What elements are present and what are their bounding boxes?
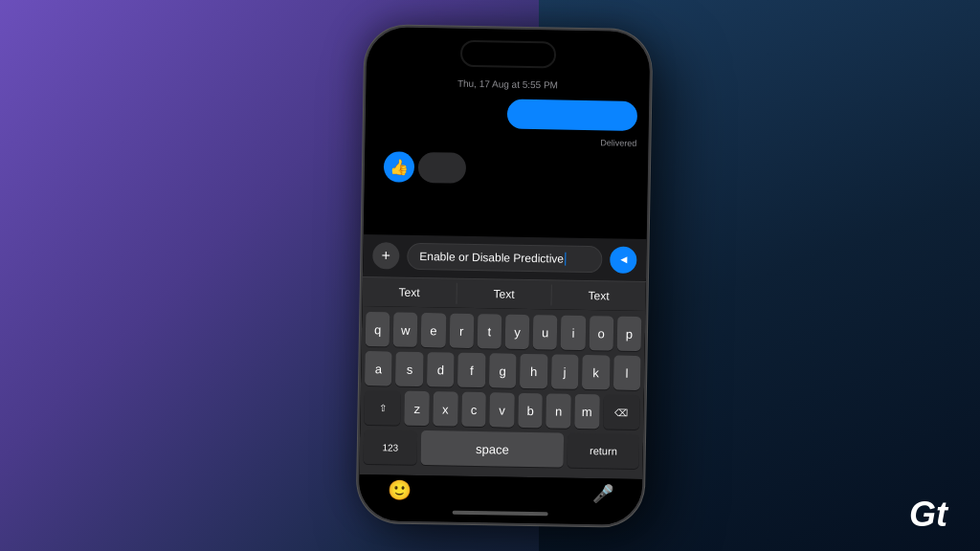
shift-key[interactable]: ⇧ [364, 390, 401, 426]
key-g[interactable]: g [489, 353, 517, 387]
key-r[interactable]: r [449, 314, 474, 348]
iphone-frame: Thu, 17 Aug at 5:55 PM Delivered 👍 + En [356, 25, 652, 527]
key-j[interactable]: j [551, 354, 579, 388]
home-indicator [359, 503, 642, 525]
sent-bubble [507, 99, 637, 131]
thumbs-up-reaction: 👍 [384, 151, 415, 183]
numbers-key[interactable]: 123 [364, 430, 418, 465]
space-key[interactable]: space [421, 430, 565, 468]
status-bar [367, 27, 651, 74]
key-t[interactable]: t [477, 314, 501, 348]
keyboard-row-bottom: 123 space return [364, 430, 640, 469]
dynamic-island [460, 40, 556, 69]
key-x[interactable]: x [433, 391, 457, 426]
key-u[interactable]: u [533, 315, 558, 349]
return-key[interactable]: return [568, 433, 639, 469]
key-c[interactable]: c [461, 392, 486, 427]
key-v[interactable]: v [489, 392, 514, 427]
phone-mockup: Thu, 17 Aug at 5:55 PM Delivered 👍 + En [323, 22, 628, 529]
keyboard-row-1: q w e r t y u i o p [366, 312, 642, 351]
plus-button[interactable]: + [372, 242, 399, 269]
keyboard-row-3: ⇧ z x c v b n m ⌫ [364, 390, 640, 430]
messages-area: Thu, 17 Aug at 5:55 PM Delivered 👍 [364, 69, 650, 239]
key-d[interactable]: d [427, 352, 455, 386]
key-y[interactable]: y [505, 315, 530, 349]
input-area: + Enable or Disable Predictive ▲ [363, 234, 647, 281]
key-h[interactable]: h [520, 354, 547, 388]
key-k[interactable]: k [582, 355, 610, 389]
message-timestamp: Thu, 17 Aug at 5:55 PM [377, 77, 637, 92]
key-s[interactable]: s [395, 352, 423, 386]
send-button[interactable]: ▲ [610, 246, 636, 273]
key-n[interactable]: n [546, 393, 571, 428]
emoji-icon[interactable]: 🙂 [388, 478, 412, 501]
page-container: Thu, 17 Aug at 5:55 PM Delivered 👍 + En [0, 0, 980, 551]
predictive-item-2[interactable]: Text [457, 283, 551, 306]
predictive-text-bar: Text Text Text [362, 276, 645, 311]
input-text: Enable or Disable Predictive [419, 250, 564, 266]
delete-key[interactable]: ⌫ [603, 394, 640, 430]
key-l[interactable]: l [612, 356, 640, 390]
key-z[interactable]: z [405, 391, 430, 426]
message-input[interactable]: Enable or Disable Predictive [407, 243, 602, 274]
keyboard: q w e r t y u i o p a s [359, 306, 645, 479]
home-bar [453, 511, 548, 517]
guiding-tech-logo-svg: Gt [907, 494, 961, 532]
phone-screen: Thu, 17 Aug at 5:55 PM Delivered 👍 + En [359, 27, 651, 525]
svg-text:Gt: Gt [909, 495, 949, 532]
key-a[interactable]: a [365, 351, 392, 386]
key-m[interactable]: m [574, 394, 599, 429]
key-w[interactable]: w [393, 313, 418, 347]
key-o[interactable]: o [589, 316, 613, 350]
delivered-label: Delivered [376, 134, 636, 148]
microphone-icon[interactable]: 🎤 [592, 483, 613, 504]
predictive-item-1[interactable]: Text [362, 281, 457, 304]
key-p[interactable]: p [616, 317, 641, 351]
send-arrow-icon: ▲ [616, 254, 630, 266]
keyboard-row-2: a s d f g h j k l [365, 351, 641, 390]
dark-bubble [418, 152, 467, 184]
key-f[interactable]: f [457, 353, 485, 387]
reaction-row: 👍 [376, 151, 637, 187]
key-e[interactable]: e [421, 313, 446, 347]
key-i[interactable]: i [561, 316, 586, 350]
gt-logo: Gt [907, 494, 961, 532]
key-b[interactable]: b [518, 393, 543, 428]
predictive-item-3[interactable]: Text [551, 284, 645, 307]
key-q[interactable]: q [366, 312, 390, 346]
text-cursor [565, 253, 566, 266]
